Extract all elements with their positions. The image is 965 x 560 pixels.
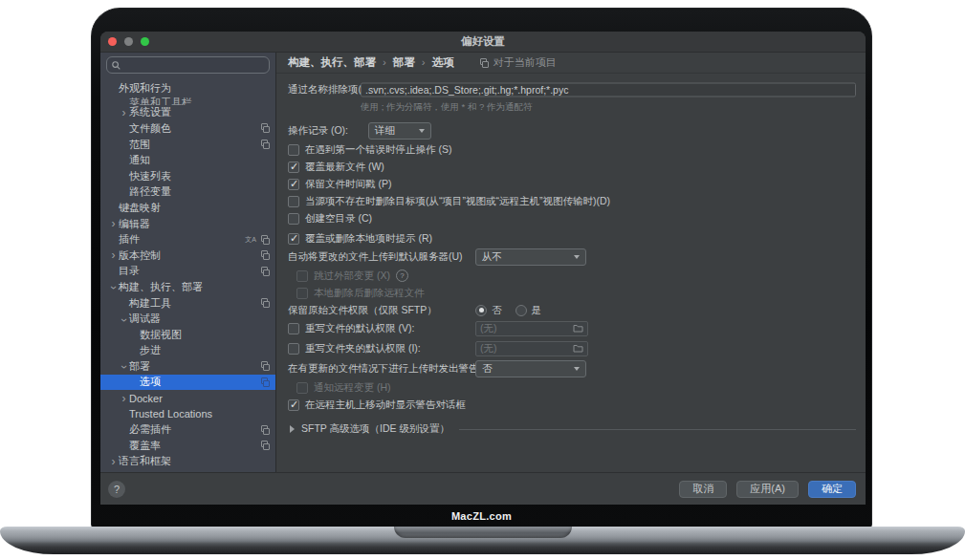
sidebar-item-plugins[interactable]: 插件文A: [100, 231, 275, 248]
prompt-on-overwrite-local-row: 覆盖或删除本地项时提示 (R): [288, 230, 856, 247]
sidebar-item-appearance-behavior[interactable]: 外观和行为: [100, 80, 275, 97]
notify-remote-changes-checkbox: [296, 382, 308, 394]
preserve-timestamps-checkbox[interactable]: [288, 179, 299, 190]
chevron-expanded-icon[interactable]: ›: [109, 283, 119, 293]
sidebar-item-languages-frameworks[interactable]: ›语言和框架: [100, 454, 275, 470]
preserve-permissions-radio-option[interactable]: 是: [515, 304, 542, 317]
sidebar-item-notifications[interactable]: 通知: [100, 152, 275, 168]
project-level-icon: [260, 140, 270, 149]
section-separator-line: [459, 429, 856, 430]
sidebar-item-coverage[interactable]: 覆盖率: [100, 438, 275, 454]
preserve-permissions-radio-option[interactable]: 否: [475, 304, 502, 317]
search-input[interactable]: [124, 58, 264, 72]
overwrite-up-to-date-files-row: 覆盖最新文件 (W): [288, 159, 856, 175]
chevron-collapsed-icon[interactable]: ›: [119, 108, 129, 118]
upload-changed-files-dropdown[interactable]: 从不: [475, 248, 586, 266]
sidebar-item-build-execution-deployment[interactable]: ›构建、执行、部署: [100, 279, 275, 295]
sidebar-item-label: 插件: [119, 232, 140, 247]
override-file-permissions-row: 重写文件的默认权限 (V):(无): [288, 319, 856, 338]
collapsed-triangle-icon[interactable]: [290, 425, 295, 433]
sidebar-item-required-plugins[interactable]: 必需插件: [100, 421, 275, 438]
chevron-expanded-icon[interactable]: ›: [120, 362, 129, 373]
sidebar-item-system-settings[interactable]: ›系统设置: [100, 105, 275, 121]
breadcrumb-item[interactable]: 部署: [393, 56, 415, 68]
settings-tree: 外观和行为菜单和工具栏›系统设置文件颜色范围通知快速列表路径变量键盘映射›编辑器…: [100, 76, 275, 472]
chevron-collapsed-icon[interactable]: ›: [108, 457, 119, 466]
chevron-collapsed-icon[interactable]: ›: [108, 219, 119, 228]
sidebar-item-label: Docker: [129, 393, 163, 404]
minimize-window-button[interactable]: [124, 37, 133, 46]
project-level-icon: [260, 250, 270, 260]
sidebar-item-editor[interactable]: ›编辑器: [100, 216, 275, 232]
preserve-permissions-label: 保留原始文件权限（仅限 SFTP）: [288, 304, 437, 317]
exclude-names-hint-row: 使用 ; 作为分隔符，使用 * 和 ? 作为通配符: [361, 101, 856, 114]
sftp-advanced-section-title[interactable]: SFTP 高级选项（IDE 级别设置）: [301, 422, 450, 436]
breadcrumb-separator: ›: [383, 56, 386, 68]
overwrite-up-to-date-files-checkbox[interactable]: [288, 162, 299, 173]
preserve-timestamps-row: 保留文件时间戳 (P): [288, 176, 856, 192]
sidebar-item-options[interactable]: 选项: [100, 375, 275, 391]
sidebar-item-keymap[interactable]: 键盘映射: [100, 200, 275, 216]
sidebar-item-data-views[interactable]: 数据视图: [100, 327, 275, 343]
ok-button[interactable]: 确定: [808, 481, 856, 498]
cancel-button[interactable]: 取消: [679, 481, 727, 498]
project-level-icon: [260, 441, 270, 450]
project-level-icon: [260, 123, 270, 133]
close-window-button[interactable]: [108, 37, 117, 46]
sidebar-item-scopes[interactable]: 范围: [100, 137, 275, 153]
warn-on-move-on-remote-checkbox[interactable]: [288, 399, 299, 411]
settings-main-panel: 构建、执行、部署›部署›选项 对于当前项目 通过名称排除项(E):.svn;.c…: [276, 53, 866, 472]
create-empty-directories-checkbox[interactable]: [288, 213, 299, 225]
sidebar-item-docker[interactable]: ›Docker: [100, 390, 275, 406]
sidebar-item-menus-toolbars[interactable]: 菜单和工具栏: [100, 97, 275, 105]
warn-on-upload-newer-dropdown[interactable]: 否: [475, 360, 586, 377]
breadcrumb-item[interactable]: 构建、执行、部署: [288, 56, 376, 68]
operations-logging-dropdown[interactable]: 详细: [368, 122, 431, 140]
prompt-on-overwrite-local-label: 覆盖或删除本地项时提示 (R): [305, 232, 432, 246]
sidebar-item-label: 构建、执行、部署: [119, 280, 203, 294]
chevron-expanded-icon[interactable]: ›: [120, 314, 129, 325]
settings-search[interactable]: [106, 56, 270, 74]
project-level-icon: [260, 425, 270, 435]
exclude-names-input[interactable]: .svn;.cvs;.idea;.DS_Store;.git;.hg;*.hpr…: [361, 82, 856, 97]
override-file-permissions-checkbox[interactable]: [288, 323, 299, 334]
radio-button[interactable]: [515, 305, 527, 316]
override-file-permissions-label: 重写文件的默认权限 (V):: [305, 322, 414, 335]
apply-button[interactable]: 应用(A): [736, 481, 799, 498]
sidebar-item-build-tools[interactable]: 构建工具: [100, 295, 275, 312]
sidebar-item-file-colors[interactable]: 文件颜色: [100, 120, 275, 137]
dropdown-value: 否: [482, 362, 493, 376]
delete-target-when-source-missing-row: 当源项不存在时删除目标项(从“项目”视图或“远程主机”视图传输时)(D): [288, 193, 856, 209]
help-circle-icon[interactable]: ?: [396, 269, 408, 282]
breadcrumb-item[interactable]: 选项: [432, 56, 454, 68]
translate-icon: 文A: [245, 235, 256, 245]
folder-icon[interactable]: [573, 343, 583, 355]
sidebar-item-trusted-locations[interactable]: Trusted Locations: [100, 406, 275, 422]
help-button[interactable]: ?: [108, 481, 125, 498]
delete-target-when-source-missing-checkbox[interactable]: [288, 196, 299, 207]
stop-on-first-error-checkbox[interactable]: [288, 144, 299, 156]
sidebar-item-debugger[interactable]: ›调试器: [100, 311, 275, 327]
prompt-on-overwrite-local-checkbox[interactable]: [288, 233, 299, 245]
zoom-window-button[interactable]: [141, 37, 149, 46]
sidebar-item-version-control[interactable]: ›版本控制: [100, 248, 275, 264]
project-level-icon: [260, 267, 270, 276]
skip-external-changes-checkbox: [296, 270, 308, 282]
chevron-collapsed-icon[interactable]: ›: [119, 394, 129, 403]
search-icon: [112, 61, 121, 70]
delete-remote-on-local-delete-row: 本地删除后删除远程文件: [296, 285, 856, 301]
chevron-collapsed-icon[interactable]: ›: [108, 250, 119, 260]
radio-button[interactable]: [475, 305, 487, 316]
folder-icon[interactable]: [573, 323, 583, 334]
override-folder-permissions-label: 重写文件夹的默认权限 (I):: [305, 342, 421, 355]
sidebar-item-directories[interactable]: 目录: [100, 264, 275, 280]
dropdown-value: 详细: [375, 124, 395, 138]
override-folder-permissions-checkbox[interactable]: [288, 343, 299, 355]
sidebar-item-path-variables[interactable]: 路径变量: [100, 184, 275, 201]
sidebar-item-label: 文件颜色: [129, 121, 171, 136]
sidebar-item-stepping[interactable]: 步进: [100, 343, 275, 359]
sidebar-item-quick-lists[interactable]: 快速列表: [100, 168, 275, 184]
sidebar-item-deployment[interactable]: ›部署: [100, 358, 275, 375]
sidebar-item-label: 范围: [129, 138, 150, 152]
breadcrumb: 构建、执行、部署›部署›选项 对于当前项目: [276, 53, 866, 74]
